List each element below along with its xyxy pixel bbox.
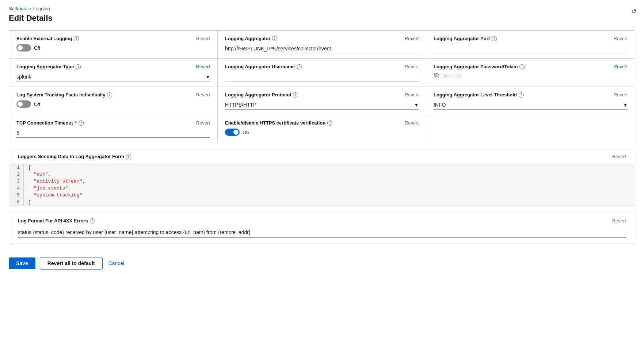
field-logging-aggregator-port: Logging Aggregator Port i Revert	[426, 31, 635, 58]
info-icon-logging-aggregator-username[interactable]: i	[297, 64, 302, 69]
revert-all-button[interactable]: Revert all to default	[40, 257, 103, 270]
form-row-3: Log System Tracking Facts Individually i…	[9, 87, 635, 115]
input-logging-aggregator[interactable]	[225, 44, 419, 53]
code-editor[interactable]: 1 [ 2 "awx", 3 "activity_stream", 4 "job…	[9, 164, 635, 206]
breadcrumb: Settings > Logging	[9, 6, 635, 11]
line-content-3: "activity_stream",	[24, 178, 89, 185]
label-https-cert-verification: Enable/disable HTTPS certificate verific…	[225, 120, 332, 126]
code-line-4: 4 "job_events",	[9, 185, 635, 192]
label-log-format: Log Format For API 4XX Errors i	[18, 218, 95, 224]
code-line-3: 3 "activity_stream",	[9, 178, 635, 185]
info-icon-logging-aggregator[interactable]: i	[272, 36, 277, 41]
info-icon-logging-aggregator-password[interactable]: i	[519, 64, 525, 69]
breadcrumb-settings[interactable]: Settings	[9, 6, 26, 11]
revert-log-system-tracking[interactable]: Revert	[196, 92, 210, 98]
line-number-4: 4	[9, 185, 24, 192]
select-logging-aggregator-type[interactable]: splunk logstash loggly sumologic other	[16, 72, 210, 81]
label-logging-aggregator-type: Logging Aggregator Type i	[16, 64, 81, 69]
label-logging-aggregator-level: Logging Aggregator Level Threshold i	[434, 92, 524, 98]
code-line-2: 2 "awx",	[9, 171, 635, 178]
footer-actions: Save Revert all to default Cancel	[9, 251, 635, 275]
info-icon-logging-aggregator-protocol[interactable]: i	[293, 92, 298, 98]
field-log-system-tracking: Log System Tracking Facts Individually i…	[9, 87, 218, 115]
cancel-button[interactable]: Cancel	[107, 257, 126, 269]
info-icon-tcp-connection-timeout[interactable]: i	[79, 121, 84, 126]
revert-logging-aggregator-level[interactable]: Revert	[614, 92, 628, 98]
label-logging-aggregator: Logging Aggregator i	[225, 36, 277, 41]
label-log-system-tracking: Log System Tracking Facts Individually i	[16, 92, 112, 98]
log-format-section: Log Format For API 4XX Errors i Revert	[9, 212, 635, 244]
line-content-6: ]	[24, 199, 35, 206]
field-logging-aggregator-username: Logging Aggregator Username i Revert	[218, 59, 426, 87]
input-logging-aggregator-username[interactable]	[225, 72, 419, 81]
field-logging-aggregator-password: Logging Aggregator Password/Token i Reve…	[426, 59, 635, 87]
line-number-1: 1	[9, 164, 24, 171]
info-icon-loggers-sending-data[interactable]: i	[126, 154, 131, 159]
revert-logging-aggregator-port[interactable]: Revert	[614, 36, 628, 41]
select-logging-aggregator-protocol[interactable]: HTTPS/HTTP TCP UDP	[225, 100, 419, 110]
line-content-4: "job_events",	[24, 185, 75, 192]
password-dots: ········	[442, 73, 461, 79]
code-line-5: 5 "system_tracking"	[9, 192, 635, 199]
toggle-https-cert-verification[interactable]	[225, 129, 240, 136]
line-number-3: 3	[9, 178, 24, 185]
toggle-https-cert-verification-label: On	[243, 130, 249, 135]
revert-logging-aggregator-type[interactable]: Revert	[196, 64, 210, 69]
revert-log-format[interactable]: Revert	[612, 218, 626, 224]
field-logging-aggregator: Logging Aggregator i Revert	[218, 31, 426, 58]
save-button[interactable]: Save	[9, 257, 35, 269]
info-icon-https-cert-verification[interactable]: i	[327, 121, 332, 126]
revert-logging-aggregator-username[interactable]: Revert	[405, 64, 419, 69]
page-title: Edit Details	[9, 14, 635, 23]
label-logging-aggregator-port: Logging Aggregator Port i	[434, 36, 497, 41]
form-row-2: Logging Aggregator Type i Revert splunk …	[9, 59, 635, 87]
revert-logging-aggregator-protocol[interactable]: Revert	[405, 92, 419, 98]
label-tcp-connection-timeout: TCP Connection Timeout * i	[16, 120, 84, 126]
revert-logging-aggregator-password[interactable]: Revert	[614, 64, 628, 69]
input-log-format[interactable]	[18, 227, 626, 238]
input-logging-aggregator-port[interactable]	[434, 44, 628, 53]
info-icon-logging-aggregator-level[interactable]: i	[519, 92, 524, 98]
code-line-1: 1 [	[9, 164, 635, 171]
form-row-1: Enable External Logging i Revert Off	[9, 31, 635, 59]
info-icon-logging-aggregator-port[interactable]: i	[492, 36, 497, 41]
field-logging-aggregator-level: Logging Aggregator Level Threshold i Rev…	[426, 87, 635, 115]
form-row-4: TCP Connection Timeout * i Revert Enable…	[9, 115, 635, 143]
revert-tcp-connection-timeout[interactable]: Revert	[196, 120, 210, 126]
line-number-5: 5	[9, 192, 24, 199]
info-icon-enable-external-logging[interactable]: i	[74, 36, 79, 41]
revert-loggers-sending-data[interactable]: Revert	[612, 154, 626, 159]
field-enable-external-logging: Enable External Logging i Revert Off	[9, 31, 218, 58]
main-form-card: Enable External Logging i Revert Off	[9, 30, 635, 143]
revert-enable-external-logging[interactable]: Revert	[196, 36, 210, 41]
info-icon-log-format[interactable]: i	[90, 218, 95, 224]
select-logging-aggregator-level[interactable]: DEBUG INFO WARNING ERROR CRITICAL	[434, 100, 628, 110]
label-loggers-sending-data: Loggers Sending Data to Log Aggregator F…	[18, 154, 131, 159]
line-content-1: [	[24, 164, 35, 171]
breadcrumb-separator: >	[28, 6, 31, 11]
label-enable-external-logging: Enable External Logging i	[16, 36, 79, 41]
loggers-section: Loggers Sending Data to Log Aggregator F…	[9, 149, 635, 206]
info-icon-logging-aggregator-type[interactable]: i	[76, 64, 81, 69]
field-tcp-connection-timeout: TCP Connection Timeout * i Revert	[9, 115, 218, 143]
input-tcp-connection-timeout[interactable]	[16, 129, 210, 138]
toggle-log-system-tracking-label: Off	[34, 102, 40, 107]
line-number-6: 6	[9, 199, 24, 206]
toggle-log-system-tracking[interactable]	[16, 100, 31, 108]
line-content-5: "system_tracking"	[24, 192, 87, 199]
revert-https-cert-verification[interactable]: Revert	[405, 120, 419, 126]
revert-logging-aggregator[interactable]: Revert	[405, 36, 419, 41]
breadcrumb-current: Logging	[33, 6, 50, 11]
field-https-cert-verification: Enable/disable HTTPS certificate verific…	[218, 115, 426, 143]
label-logging-aggregator-protocol: Logging Aggregator Protocol i	[225, 92, 298, 98]
toggle-enable-external-logging[interactable]	[16, 44, 31, 51]
label-logging-aggregator-username: Logging Aggregator Username i	[225, 64, 302, 69]
history-icon[interactable]: ↺	[631, 7, 637, 15]
field-logging-aggregator-protocol: Logging Aggregator Protocol i Revert HTT…	[218, 87, 426, 115]
eye-slash-icon[interactable]	[434, 72, 439, 79]
label-logging-aggregator-password: Logging Aggregator Password/Token i	[434, 64, 525, 69]
toggle-enable-external-logging-label: Off	[34, 45, 40, 51]
info-icon-log-system-tracking[interactable]: i	[107, 92, 112, 98]
line-number-2: 2	[9, 171, 24, 178]
line-content-2: "awx",	[24, 171, 55, 178]
